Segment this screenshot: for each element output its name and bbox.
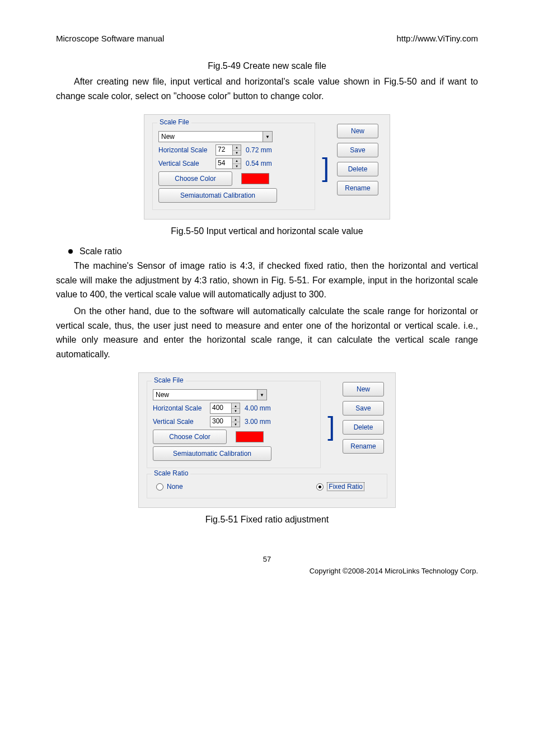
header-right: http://www.ViTiny.com (396, 34, 478, 43)
delete-button[interactable]: Delete (337, 162, 378, 176)
semiauto-calibration-button[interactable]: Semiautomati Calibration (158, 188, 277, 203)
spin-up-icon[interactable]: ▲ (232, 403, 240, 409)
dropdown-value: New (153, 391, 257, 399)
vscale-spin[interactable]: 54 ▲▼ (216, 158, 241, 169)
rename-button[interactable]: Rename (337, 181, 378, 195)
paragraph-3: On the other hand, due to the software w… (56, 304, 478, 361)
hscale-spin[interactable]: 400 ▲▼ (210, 403, 240, 414)
hscale-value: 72 (216, 145, 232, 155)
bracket-icon: ] (322, 156, 329, 179)
save-button[interactable]: Save (343, 401, 384, 416)
bullet-scale-ratio: Scale ratio (79, 246, 122, 256)
vscale-spin[interactable]: 300 ▲▼ (210, 416, 240, 427)
scale-ratio-group: Scale Ratio None Fixed Ratio (147, 474, 387, 498)
radio-fixed[interactable] (316, 483, 324, 491)
group-legend: Scale Ratio (152, 469, 190, 477)
fig-5-50-caption: Fig.5-50 Input vertical and horizontal s… (56, 226, 478, 236)
rename-button[interactable]: Rename (343, 439, 384, 454)
chevron-down-icon[interactable]: ▼ (263, 132, 272, 142)
radio-none[interactable] (156, 483, 163, 491)
spin-down-icon[interactable]: ▼ (232, 409, 240, 414)
page-number: 57 (56, 555, 478, 563)
spin-down-icon[interactable]: ▼ (233, 151, 241, 156)
semiauto-calibration-button[interactable]: Semiautomatic Calibration (153, 446, 271, 461)
vscale-label: Vertical Scale (153, 418, 205, 426)
scale-file-dropdown[interactable]: New ▼ (158, 131, 273, 142)
scale-file-group-1: Scale File New ▼ Horizontal Scale 72 ▲ (152, 123, 315, 210)
spin-up-icon[interactable]: ▲ (232, 417, 240, 422)
paragraph-2: The machine's Sensor of image ratio is 4… (56, 259, 478, 302)
copyright: Copyright ©2008-2014 MicroLinks Technolo… (56, 567, 478, 575)
color-swatch (236, 431, 264, 442)
bracket-icon: ] (327, 415, 335, 438)
hscale-spin[interactable]: 72 ▲▼ (216, 144, 241, 156)
scale-file-panel-1: Scale File New ▼ Horizontal Scale 72 ▲ (144, 114, 390, 220)
choose-color-button[interactable]: Choose Color (153, 430, 227, 444)
header-left: Microscope Software manual (56, 34, 164, 43)
radio-none-label: None (167, 483, 183, 491)
hscale-value: 400 (210, 403, 231, 413)
hscale-label: Horizontal Scale (158, 146, 211, 154)
new-button[interactable]: New (337, 124, 378, 138)
vscale-value: 300 (210, 417, 231, 427)
hscale-label: Horizontal Scale (153, 404, 205, 412)
bullet-icon (68, 249, 73, 254)
hscale-unit: 4.00 mm (245, 404, 275, 412)
spin-up-icon[interactable]: ▲ (233, 145, 241, 151)
fig-5-49-caption: Fig.5-49 Create new scale file (56, 61, 478, 71)
hscale-unit: 0.72 mm (246, 146, 276, 154)
spin-up-icon[interactable]: ▲ (233, 158, 241, 164)
choose-color-button[interactable]: Choose Color (158, 171, 232, 186)
spin-down-icon[interactable]: ▼ (232, 422, 240, 427)
paragraph-1: After creating new file, input vertical … (56, 74, 478, 103)
scale-file-group-2: Scale File New ▼ Horizontal Scale 400 (147, 381, 321, 468)
scale-file-panel-2: Scale File New ▼ Horizontal Scale 400 (138, 372, 396, 508)
vscale-unit: 3.00 mm (245, 418, 275, 426)
chevron-down-icon[interactable]: ▼ (257, 390, 266, 400)
save-button[interactable]: Save (337, 143, 378, 157)
dropdown-value: New (159, 133, 263, 141)
vscale-value: 54 (216, 158, 232, 169)
spin-down-icon[interactable]: ▼ (233, 164, 241, 169)
vscale-label: Vertical Scale (158, 160, 211, 167)
group-legend: Scale File (157, 118, 191, 126)
color-swatch (241, 173, 269, 184)
new-button[interactable]: New (343, 382, 384, 396)
delete-button[interactable]: Delete (343, 420, 384, 435)
radio-fixed-label: Fixed Ratio (327, 482, 364, 491)
vscale-unit: 0.54 mm (246, 160, 276, 167)
scale-file-dropdown[interactable]: New ▼ (153, 389, 267, 400)
fig-5-51-caption: Fig.5-51 Fixed ratio adjustment (56, 515, 478, 525)
group-legend: Scale File (152, 376, 186, 384)
